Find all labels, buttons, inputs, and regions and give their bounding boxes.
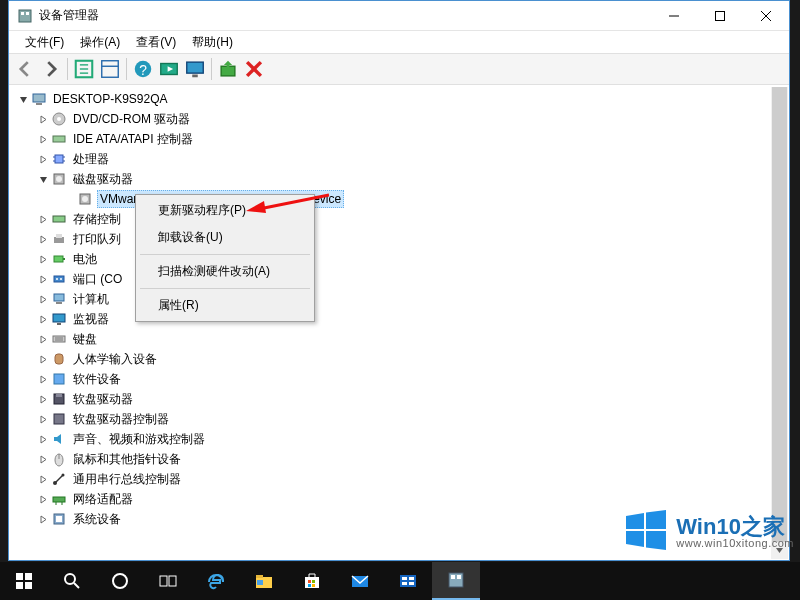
minimize-button[interactable] xyxy=(651,1,697,31)
menu-help[interactable]: 帮助(H) xyxy=(184,32,241,53)
svg-rect-79 xyxy=(160,576,167,586)
chevron-down-icon[interactable] xyxy=(35,171,51,187)
monitor-button[interactable] xyxy=(183,57,207,81)
chevron-right-icon[interactable] xyxy=(35,131,51,147)
menu-action[interactable]: 操作(A) xyxy=(72,32,128,53)
chevron-right-icon[interactable] xyxy=(35,471,51,487)
tree-category[interactable]: 声音、视频和游戏控制器 xyxy=(9,429,789,449)
device-icon xyxy=(51,251,67,267)
tree-category[interactable]: 软盘驱动器控制器 xyxy=(9,409,789,429)
tree-root[interactable]: DESKTOP-K9S92QA xyxy=(9,89,789,109)
cortana-icon[interactable] xyxy=(96,562,144,600)
chevron-right-icon[interactable] xyxy=(35,451,51,467)
chevron-right-icon[interactable] xyxy=(35,231,51,247)
help-button[interactable]: ? xyxy=(131,57,155,81)
svg-rect-2 xyxy=(26,12,29,15)
tree-category[interactable]: 电池 xyxy=(9,249,789,269)
svg-rect-93 xyxy=(402,582,407,585)
tree-category[interactable]: 磁盘驱动器 xyxy=(9,169,789,189)
tree-category[interactable]: 打印队列 xyxy=(9,229,789,249)
store-icon[interactable] xyxy=(288,562,336,600)
chevron-right-icon[interactable] xyxy=(35,311,51,327)
chevron-right-icon[interactable] xyxy=(35,291,51,307)
tree-category[interactable]: 监视器 xyxy=(9,309,789,329)
ctx-scan-hardware[interactable]: 扫描检测硬件改动(A) xyxy=(138,258,312,285)
chevron-right-icon[interactable] xyxy=(35,351,51,367)
tree-device-selected[interactable]: VMware, VMware Virtual S SCSI Disk Devic… xyxy=(9,189,789,209)
tree-category[interactable]: 通用串行总线控制器 xyxy=(9,469,789,489)
category-label: 系统设备 xyxy=(71,510,123,529)
close-button[interactable] xyxy=(743,1,789,31)
tree-category[interactable]: 存储控制 xyxy=(9,209,789,229)
device-icon xyxy=(51,211,67,227)
update-driver-button[interactable] xyxy=(216,57,240,81)
tree-category[interactable]: 系统设备 xyxy=(9,509,789,529)
menu-view[interactable]: 查看(V) xyxy=(128,32,184,53)
device-tree[interactable]: DESKTOP-K9S92QA DVD/CD-ROM 驱动器IDE ATA/AT… xyxy=(9,85,789,560)
chevron-right-icon[interactable] xyxy=(35,211,51,227)
tree-category[interactable]: 处理器 xyxy=(9,149,789,169)
ctx-properties[interactable]: 属性(R) xyxy=(138,292,312,319)
chevron-right-icon[interactable] xyxy=(35,151,51,167)
tree-category[interactable]: 计算机 xyxy=(9,289,789,309)
start-button[interactable] xyxy=(0,562,48,600)
menu-file[interactable]: 文件(F) xyxy=(17,32,72,53)
uninstall-button[interactable] xyxy=(242,57,266,81)
chevron-right-icon[interactable] xyxy=(35,251,51,267)
chevron-right-icon[interactable] xyxy=(35,391,51,407)
category-label: 端口 (CO xyxy=(71,270,124,289)
mail-icon[interactable] xyxy=(336,562,384,600)
chevron-right-icon[interactable] xyxy=(35,271,51,287)
category-label: 计算机 xyxy=(71,290,111,309)
chevron-right-icon[interactable] xyxy=(35,111,51,127)
toolbar: ? xyxy=(9,53,789,85)
forward-button[interactable] xyxy=(39,57,63,81)
tree-category[interactable]: DVD/CD-ROM 驱动器 xyxy=(9,109,789,129)
svg-rect-51 xyxy=(55,354,63,364)
tree-category[interactable]: 网络适配器 xyxy=(9,489,789,509)
tree-category[interactable]: 鼠标和其他指针设备 xyxy=(9,449,789,469)
back-button[interactable] xyxy=(13,57,37,81)
tree-category[interactable]: 键盘 xyxy=(9,329,789,349)
maximize-button[interactable] xyxy=(697,1,743,31)
file-explorer-icon[interactable] xyxy=(240,562,288,600)
chevron-right-icon[interactable] xyxy=(35,511,51,527)
root-label: DESKTOP-K9S92QA xyxy=(51,91,170,107)
chevron-right-icon[interactable] xyxy=(35,431,51,447)
svg-rect-73 xyxy=(25,573,32,580)
chevron-right-icon[interactable] xyxy=(35,491,51,507)
svg-rect-74 xyxy=(16,582,23,589)
chevron-down-icon[interactable] xyxy=(15,91,31,107)
taskbar[interactable] xyxy=(0,562,800,600)
svg-rect-90 xyxy=(400,575,416,587)
search-icon[interactable] xyxy=(48,562,96,600)
settings-panel-icon[interactable] xyxy=(384,562,432,600)
tree-category[interactable]: IDE ATA/ATAPI 控制器 xyxy=(9,129,789,149)
task-view-icon[interactable] xyxy=(144,562,192,600)
scroll-down-button[interactable] xyxy=(771,542,788,559)
scroll-thumb[interactable] xyxy=(772,87,787,559)
category-label: DVD/CD-ROM 驱动器 xyxy=(71,110,192,129)
chevron-right-icon[interactable] xyxy=(35,331,51,347)
properties-button[interactable] xyxy=(98,57,122,81)
category-label: 键盘 xyxy=(71,330,99,349)
device-manager-taskbar-icon[interactable] xyxy=(432,562,480,600)
svg-rect-41 xyxy=(54,276,64,282)
chevron-right-icon[interactable] xyxy=(35,411,51,427)
toolbar-icon[interactable] xyxy=(72,57,96,81)
scan-button[interactable] xyxy=(157,57,181,81)
svg-rect-96 xyxy=(451,575,455,579)
device-icon xyxy=(51,471,67,487)
title-bar[interactable]: 设备管理器 xyxy=(9,1,789,31)
edge-icon[interactable] xyxy=(192,562,240,600)
tree-category[interactable]: 软盘驱动器 xyxy=(9,389,789,409)
device-icon xyxy=(51,451,67,467)
chevron-right-icon[interactable] xyxy=(35,371,51,387)
ctx-uninstall[interactable]: 卸载设备(U) xyxy=(138,224,312,251)
tree-category[interactable]: 端口 (CO xyxy=(9,269,789,289)
svg-rect-27 xyxy=(55,155,63,163)
vertical-scrollbar[interactable] xyxy=(771,87,788,559)
ctx-update-driver[interactable]: 更新驱动程序(P) xyxy=(138,197,312,224)
tree-category[interactable]: 人体学输入设备 xyxy=(9,349,789,369)
tree-category[interactable]: 软件设备 xyxy=(9,369,789,389)
